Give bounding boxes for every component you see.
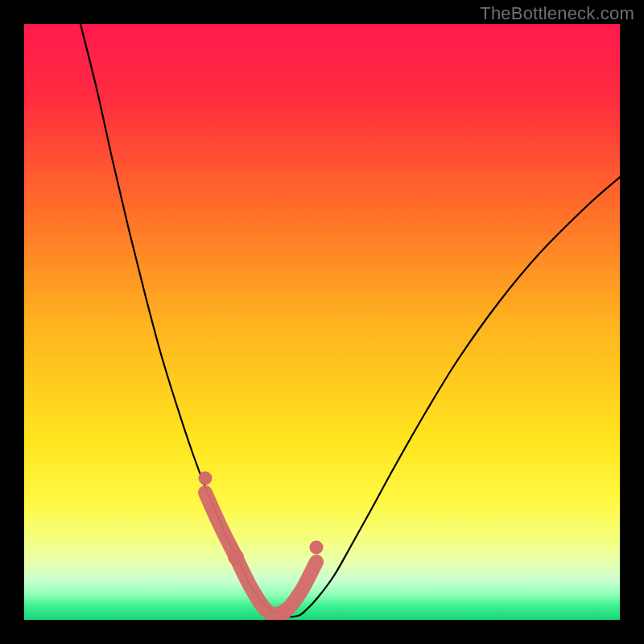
marker-dot: [199, 472, 213, 485]
markers-stroke: [205, 493, 316, 614]
bottleneck-curve: [80, 24, 620, 617]
marker-dot: [228, 549, 244, 565]
chart-frame: TheBottleneck.com: [0, 0, 644, 644]
marker-dot: [310, 541, 324, 555]
plot-area: [24, 24, 620, 620]
watermark-text: TheBottleneck.com: [480, 3, 634, 24]
curve-layer: [24, 24, 620, 620]
marker-dot: [276, 604, 292, 620]
